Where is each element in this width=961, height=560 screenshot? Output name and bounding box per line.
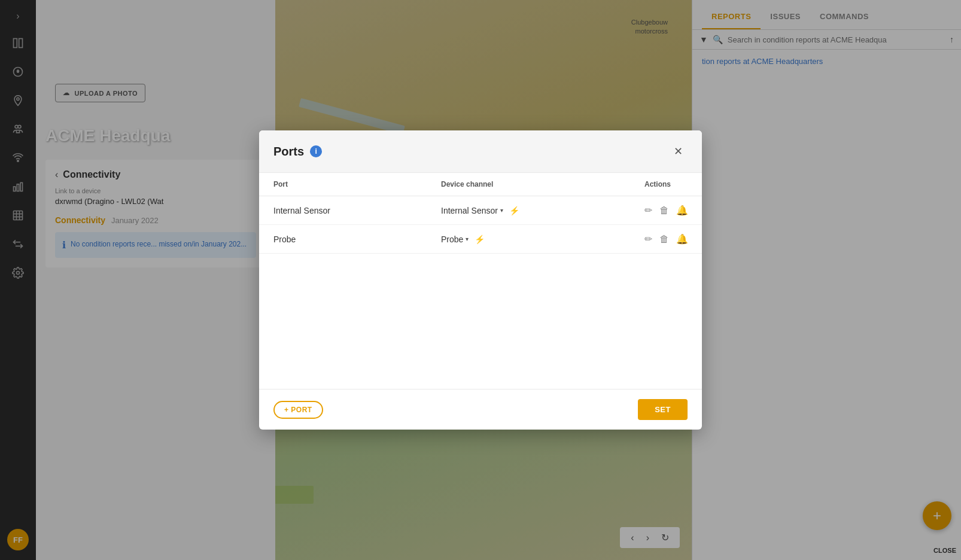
device-channel-internal: Internal Sensor ▾ ⚡	[441, 206, 644, 215]
modal-close-button[interactable]: ✕	[669, 142, 688, 160]
th-actions: Actions	[644, 180, 688, 188]
channel-arrow-internal: ▾	[500, 207, 503, 214]
edit-icon-internal[interactable]: ✏	[644, 205, 652, 216]
add-port-button[interactable]: + PORT	[273, 401, 323, 419]
delete-icon-internal[interactable]: 🗑	[659, 205, 669, 216]
channel-select-probe[interactable]: Probe ▾	[441, 235, 469, 244]
port-name-internal: Internal Sensor	[273, 206, 441, 215]
modal-footer: + PORT SET	[259, 389, 702, 430]
table-row: Probe Probe ▾ ⚡ ✏ 🗑 🔔	[259, 225, 702, 254]
modal-title: Ports	[273, 145, 304, 159]
modal-title-row: Ports i	[273, 145, 322, 159]
channel-name-probe: Probe	[441, 235, 463, 244]
table-header: Port Device channel Actions	[259, 173, 702, 196]
set-button[interactable]: SET	[638, 399, 688, 420]
modal-info-badge[interactable]: i	[310, 145, 322, 157]
delete-icon-probe[interactable]: 🗑	[659, 234, 669, 245]
channel-select-internal[interactable]: Internal Sensor ▾	[441, 206, 503, 215]
modal-overlay: Ports i ✕ Port Device channel Actions In…	[0, 0, 961, 560]
actions-probe: ✏ 🗑 🔔	[644, 233, 688, 245]
edit-icon-probe[interactable]: ✏	[644, 233, 652, 245]
channel-arrow-probe: ▾	[466, 236, 469, 242]
actions-internal: ✏ 🗑 🔔	[644, 205, 688, 216]
lightning-icon-internal: ⚡	[509, 206, 519, 215]
modal-body: Port Device channel Actions Internal Sen…	[259, 173, 702, 389]
lightning-icon-probe: ⚡	[475, 235, 485, 244]
port-name-probe: Probe	[273, 235, 441, 244]
modal-header: Ports i ✕	[259, 130, 702, 173]
table-row: Internal Sensor Internal Sensor ▾ ⚡ ✏ 🗑 …	[259, 196, 702, 225]
th-port: Port	[273, 180, 441, 188]
bell-icon-probe[interactable]: 🔔	[676, 233, 688, 245]
ports-modal: Ports i ✕ Port Device channel Actions In…	[259, 130, 702, 430]
bell-icon-internal[interactable]: 🔔	[676, 205, 688, 216]
th-device-channel: Device channel	[441, 180, 644, 188]
device-channel-probe: Probe ▾ ⚡	[441, 235, 644, 244]
channel-name-internal: Internal Sensor	[441, 206, 498, 215]
